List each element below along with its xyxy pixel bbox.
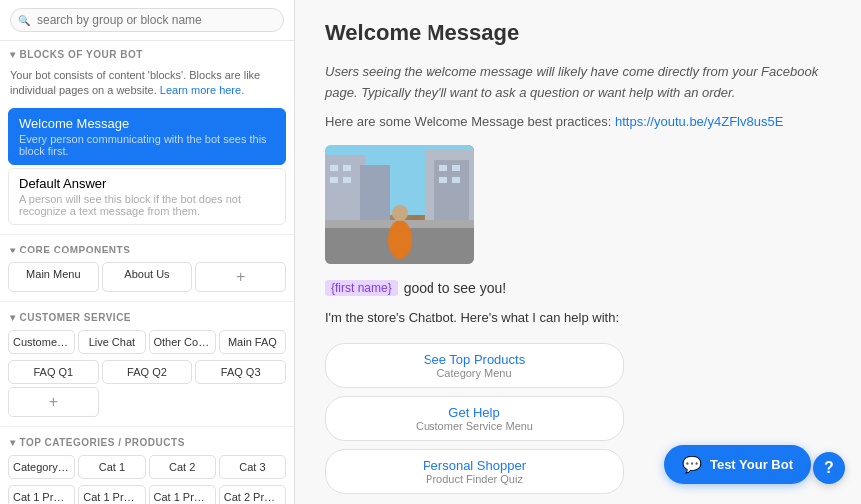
svg-rect-11 — [330, 177, 338, 183]
cat3-btn[interactable]: Cat 3 — [219, 455, 286, 479]
cs-row1: Customer Service Menu Live Chat Other Co… — [0, 327, 294, 357]
qr2-title: Get Help — [340, 405, 609, 420]
main-menu-btn[interactable]: Main Menu — [8, 262, 99, 292]
search-bar — [0, 0, 294, 41]
svg-rect-9 — [330, 165, 338, 171]
core-components-title: CORE COMPONENTS — [20, 245, 131, 255]
qr1-title: See Top Products — [340, 352, 609, 367]
page-title: Welcome Message — [325, 20, 831, 46]
default-block-title: Default Answer — [19, 176, 275, 191]
main-faq-btn[interactable]: Main FAQ — [219, 330, 286, 354]
cat1-prod2-btn[interactable]: Cat 1 Prod 2 — [78, 485, 145, 504]
preview-image — [325, 145, 474, 264]
core-add-btn[interactable]: + — [195, 262, 286, 292]
svg-point-7 — [388, 220, 412, 259]
see-top-products-btn[interactable]: See Top Products Category Menu — [325, 343, 624, 388]
tc-chevron: ▾ — [10, 437, 16, 448]
help-label: ? — [824, 459, 834, 477]
blocks-description: Your bot consists of content 'blocks'. B… — [0, 64, 294, 105]
cat1-btn[interactable]: Cat 1 — [78, 455, 145, 479]
greeting-suffix: good to see you! — [404, 280, 507, 296]
default-answer-block[interactable]: Default Answer A person will see this bl… — [8, 168, 286, 225]
svg-rect-15 — [439, 177, 447, 183]
customer-service-section: ▾ CUSTOMER SERVICE Customer Service Menu… — [0, 304, 294, 427]
description-text: Users seeing the welcome message will li… — [325, 62, 831, 104]
welcome-message-block[interactable]: Welcome Message Every person communicati… — [8, 108, 286, 165]
blocks-section-chevron: ▾ — [10, 49, 16, 60]
cat2-btn[interactable]: Cat 2 — [149, 455, 216, 479]
blocks-learn-more-link[interactable]: Learn more here. — [160, 84, 244, 96]
welcome-block-subtitle: Every person communicating with the bot … — [19, 133, 275, 157]
welcome-block-title: Welcome Message — [19, 116, 275, 131]
core-chevron: ▾ — [10, 245, 16, 255]
first-name-tag: {first name} — [325, 280, 398, 296]
default-block-subtitle: A person will see this block if the bot … — [19, 193, 275, 217]
core-components-grid: Main Menu About Us + — [0, 259, 294, 295]
live-chat-btn[interactable]: Live Chat — [78, 330, 145, 354]
top-categories-title: TOP CATEGORIES / PRODUCTS — [20, 437, 185, 448]
top-categories-section: ▾ TOP CATEGORIES / PRODUCTS Category Men… — [0, 429, 294, 504]
cat1-prod1-btn[interactable]: Cat 1 Prod 1 — [8, 485, 75, 504]
test-bot-label: Test Your Bot — [710, 457, 793, 472]
blocks-section-header: ▾ BLOCKS OF YOUR BOT — [0, 41, 294, 64]
svg-rect-16 — [452, 177, 460, 183]
tc-row2: Cat 1 Prod 1 Cat 1 Prod 2 Cat 1 Prod 3 C… — [0, 482, 294, 504]
svg-rect-14 — [452, 165, 460, 171]
best-practices-prefix: Here are some Welcome Message best pract… — [325, 114, 611, 129]
category-menu-btn[interactable]: Category Menu — [8, 455, 75, 479]
cs-menu-btn[interactable]: Customer Service Menu — [8, 330, 75, 354]
about-us-btn[interactable]: About Us — [102, 262, 193, 292]
svg-rect-13 — [439, 165, 447, 171]
svg-rect-12 — [343, 177, 351, 183]
search-input[interactable] — [10, 8, 284, 32]
blocks-section: ▾ BLOCKS OF YOUR BOT Your bot consists o… — [0, 41, 294, 235]
test-bot-button[interactable]: 💬 Test Your Bot — [664, 445, 811, 484]
core-components-section: ▾ CORE COMPONENTS Main Menu About Us + — [0, 237, 294, 302]
svg-rect-10 — [343, 165, 351, 171]
city-scene-svg — [325, 145, 474, 264]
get-help-btn[interactable]: Get Help Customer Service Menu — [325, 396, 624, 441]
help-button[interactable]: ? — [813, 452, 845, 484]
qr1-subtitle: Category Menu — [340, 367, 609, 379]
main-content: Welcome Message Users seeing the welcome… — [295, 0, 861, 504]
qr3-title: Personal Shopper — [340, 458, 609, 473]
customer-service-header: ▾ CUSTOMER SERVICE — [0, 304, 294, 327]
tc-row1: Category Menu Cat 1 Cat 2 Cat 3 — [0, 452, 294, 482]
core-components-header: ▾ CORE COMPONENTS — [0, 237, 294, 259]
qr2-subtitle: Customer Service Menu — [340, 420, 609, 432]
qr3-subtitle: Product Finder Quiz — [340, 473, 609, 485]
blocks-section-title: BLOCKS OF YOUR BOT — [20, 49, 143, 60]
other-contact-btn[interactable]: Other Contact Options — [149, 330, 216, 354]
faq-q2-btn[interactable]: FAQ Q2 — [102, 360, 193, 384]
cat1-prod3-btn[interactable]: Cat 1 Prod 3 — [149, 485, 216, 504]
faq-q3-btn[interactable]: FAQ Q3 — [195, 360, 286, 384]
best-practices-text: Here are some Welcome Message best pract… — [325, 114, 831, 129]
faq-q1-btn[interactable]: FAQ Q1 — [8, 360, 99, 384]
search-input-wrap — [10, 8, 284, 32]
best-practices-link[interactable]: https://youtu.be/y4ZFlv8us5E — [615, 114, 783, 129]
chat-preview: {first name} good to see you! I'm the st… — [325, 280, 624, 495]
sidebar: ▾ BLOCKS OF YOUR BOT Your bot consists o… — [0, 0, 295, 504]
personal-shopper-btn[interactable]: Personal Shopper Product Finder Quiz — [325, 449, 624, 494]
cs-row2: FAQ Q1 FAQ Q2 FAQ Q3 + — [0, 357, 294, 420]
messenger-icon: 💬 — [682, 455, 702, 474]
greeting-row: {first name} good to see you! — [325, 280, 624, 296]
cs-chevron: ▾ — [10, 312, 16, 323]
intro-text: I'm the store's Chatbot. Here's what I c… — [325, 308, 624, 328]
top-categories-header: ▾ TOP CATEGORIES / PRODUCTS — [0, 429, 294, 452]
customer-service-title: CUSTOMER SERVICE — [20, 312, 132, 323]
cs-add-btn[interactable]: + — [8, 387, 99, 417]
svg-point-8 — [392, 205, 408, 221]
cat2-prod1-btn[interactable]: Cat 2 Prod 1 — [219, 485, 286, 504]
